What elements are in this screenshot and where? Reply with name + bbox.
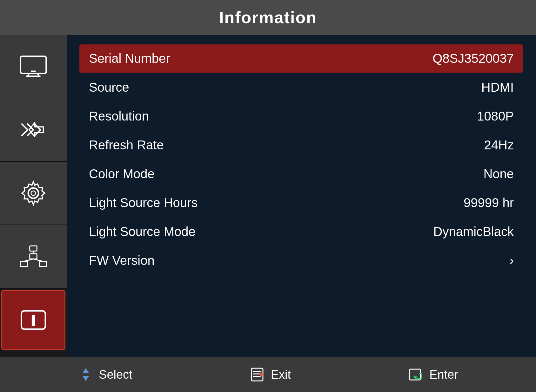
sidebar-item-display[interactable] [0, 35, 67, 98]
info-label-light-source-hours: Light Source Hours [89, 196, 198, 210]
info-value-fw-version: › [510, 253, 514, 268]
exit-action[interactable]: Exit [250, 367, 291, 382]
svg-marker-18 [83, 376, 89, 381]
enter-action[interactable]: Enter [408, 367, 458, 382]
info-value-source: HDMI [481, 80, 514, 95]
select-action: Select [78, 367, 132, 382]
svg-rect-9 [20, 261, 28, 267]
info-value-resolution: 1080P [477, 109, 514, 123]
info-icon: i [19, 306, 48, 334]
info-row-refresh-rate[interactable]: Refresh Rate24Hz [79, 131, 523, 159]
info-label-serial-number: Serial Number [89, 51, 170, 66]
svg-line-13 [24, 259, 33, 262]
info-table: Serial NumberQ8SJ3520037SourceHDMIResolu… [79, 41, 523, 351]
sidebar: i [0, 35, 67, 357]
source-icon [19, 115, 48, 144]
info-row-serial-number[interactable]: Serial NumberQ8SJ3520037 [79, 44, 523, 73]
svg-rect-8 [30, 246, 37, 251]
info-label-source: Source [89, 80, 129, 95]
info-row-resolution[interactable]: Resolution1080P [79, 102, 523, 130]
info-value-refresh-rate: 24Hz [484, 138, 514, 152]
enter-icon [408, 367, 424, 382]
exit-label: Exit [271, 368, 291, 382]
enter-label: Enter [429, 368, 458, 382]
svg-line-14 [33, 259, 43, 262]
network-icon [19, 242, 48, 271]
info-row-source[interactable]: SourceHDMI [79, 73, 523, 101]
info-label-light-source-mode: Light Source Mode [89, 225, 196, 239]
content-area: Serial NumberQ8SJ3520037SourceHDMIResolu… [67, 35, 536, 357]
header: Information [0, 0, 536, 35]
info-value-light-source-mode: DynamicBlack [433, 225, 514, 239]
monitor-icon [19, 52, 48, 81]
svg-point-6 [28, 188, 38, 198]
main-area: i Serial NumberQ8SJ3520037SourceHDMIReso… [0, 35, 536, 357]
sidebar-item-info[interactable]: i [1, 290, 65, 350]
info-row-light-source-hours[interactable]: Light Source Hours99999 hr [79, 189, 523, 217]
gear-icon [19, 179, 48, 207]
info-row-fw-version[interactable]: FW Version› [79, 246, 523, 275]
info-label-fw-version: FW Version [89, 253, 155, 268]
svg-rect-10 [39, 261, 47, 267]
select-icon [78, 367, 94, 382]
info-row-light-source-mode[interactable]: Light Source ModeDynamicBlack [79, 218, 523, 246]
sidebar-item-settings[interactable] [0, 162, 67, 225]
info-value-color-mode: None [483, 167, 514, 181]
info-row-color-mode[interactable]: Color ModeNone [79, 160, 523, 188]
svg-rect-11 [30, 254, 37, 259]
info-label-color-mode: Color Mode [89, 167, 155, 181]
info-label-refresh-rate: Refresh Rate [89, 138, 164, 152]
info-value-light-source-hours: 99999 hr [464, 196, 514, 210]
svg-point-7 [31, 191, 36, 195]
svg-text:i: i [31, 313, 35, 328]
header-title: Information [219, 8, 317, 27]
info-label-resolution: Resolution [89, 109, 149, 123]
sidebar-item-input[interactable] [0, 98, 67, 162]
info-value-serial-number: Q8SJ3520037 [432, 51, 514, 66]
sidebar-item-network[interactable] [0, 225, 67, 289]
svg-marker-17 [83, 368, 89, 373]
select-label: Select [99, 368, 132, 382]
bottom-bar: Select Exit Enter [0, 357, 536, 392]
exit-icon [250, 367, 266, 382]
